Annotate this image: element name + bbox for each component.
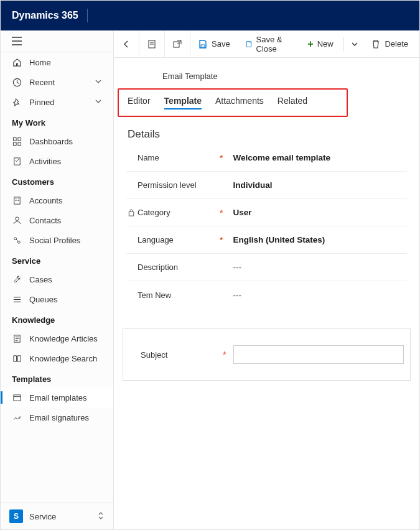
- subject-input[interactable]: [233, 345, 404, 364]
- sidebar-group-mywork: My Work: [1, 112, 113, 131]
- field-permission[interactable]: Permission level * Individual: [126, 172, 407, 199]
- sidebar-item-email-signatures[interactable]: Email signatures: [1, 407, 113, 427]
- sidebar-item-contacts[interactable]: Contacts: [1, 210, 113, 230]
- svg-rect-4: [17, 142, 21, 145]
- social-icon: [12, 235, 22, 245]
- save-close-button[interactable]: Save & Close: [238, 30, 301, 58]
- new-dropdown-button[interactable]: [346, 30, 363, 58]
- dashboard-icon: [12, 136, 22, 146]
- save-button[interactable]: Save: [190, 30, 238, 58]
- sidebar-item-email-templates[interactable]: Email templates: [1, 388, 113, 407]
- field-label: Permission level: [138, 180, 197, 190]
- field-value: Welcome email template: [230, 153, 407, 162]
- sidebar-label: Accounts: [29, 196, 62, 205]
- sidebar-group-templates: Templates: [1, 368, 113, 388]
- field-value: Individual: [230, 180, 407, 190]
- back-icon: [121, 39, 131, 49]
- separator: [343, 37, 344, 51]
- svg-rect-15: [129, 212, 133, 216]
- delete-label: Delete: [385, 39, 408, 49]
- tab-attachments[interactable]: Attachments: [215, 96, 264, 109]
- field-temnew[interactable]: Tem New * ---: [126, 281, 407, 309]
- required-marker: *: [220, 153, 223, 163]
- sidebar-item-recent[interactable]: Recent: [1, 72, 113, 92]
- field-subject: Subject *: [129, 338, 404, 371]
- new-label: New: [317, 39, 334, 49]
- delete-button[interactable]: Delete: [363, 30, 416, 58]
- sidebar-group-service: Service: [1, 250, 113, 269]
- field-label: Description: [138, 263, 178, 272]
- app-title: Dynamics 365: [12, 10, 78, 21]
- tab-editor[interactable]: Editor: [128, 96, 151, 109]
- sidebar-item-pinned[interactable]: Pinned: [1, 92, 113, 112]
- field-name[interactable]: Name * Welcome email template: [126, 144, 407, 172]
- command-bar: Save Save & Close + New Delete: [114, 30, 419, 58]
- back-button[interactable]: [114, 30, 139, 58]
- form-icon: [147, 39, 157, 49]
- sidebar-label: Recent: [29, 78, 55, 87]
- sidebar-item-activities[interactable]: Activities: [1, 151, 113, 171]
- sidebar-item-queues[interactable]: Queues: [1, 289, 113, 309]
- hamburger-button[interactable]: [1, 30, 113, 52]
- form-button[interactable]: [139, 30, 165, 58]
- sidebar-item-knowledge-search[interactable]: Knowledge Search: [1, 348, 113, 368]
- field-label: Tem New: [138, 291, 171, 300]
- pin-icon: [12, 97, 22, 107]
- sidebar-label: Dashboards: [29, 137, 73, 146]
- sidebar-footer[interactable]: S Service: [1, 503, 113, 529]
- sidebar-item-cases[interactable]: Cases: [1, 269, 113, 289]
- sidebar-label: Email signatures: [29, 413, 89, 422]
- new-button[interactable]: + New: [300, 30, 340, 58]
- svg-rect-13: [174, 42, 179, 47]
- sidebar-item-accounts[interactable]: Accounts: [1, 190, 113, 210]
- save-close-label: Save & Close: [256, 35, 293, 53]
- required-marker: *: [220, 235, 223, 245]
- open-button[interactable]: [165, 30, 190, 58]
- tab-template[interactable]: Template: [164, 96, 202, 109]
- field-label: Subject: [141, 350, 167, 360]
- svg-rect-6: [14, 197, 19, 203]
- wrench-icon: [12, 274, 22, 284]
- sidebar-group-knowledge: Knowledge: [1, 309, 113, 328]
- hamburger-icon: [12, 37, 22, 45]
- popout-icon: [172, 39, 182, 49]
- sidebar-label: Queues: [29, 295, 58, 304]
- queue-icon: [12, 294, 22, 304]
- sidebar-item-dashboards[interactable]: Dashboards: [1, 131, 113, 151]
- sidebar-label: Home: [29, 58, 51, 67]
- signature-icon: [12, 412, 22, 422]
- save-label: Save: [212, 39, 230, 49]
- svg-rect-11: [13, 394, 20, 400]
- svg-point-8: [14, 237, 16, 239]
- sidebar-item-knowledge-articles[interactable]: Knowledge Articles: [1, 328, 113, 348]
- article-icon: [12, 333, 22, 343]
- required-marker: *: [220, 208, 223, 218]
- main-area: Save Save & Close + New Delete Email Tem…: [114, 30, 419, 529]
- breadcrumb: Email Template: [157, 72, 407, 81]
- sidebar-item-social[interactable]: Social Profiles: [1, 230, 113, 250]
- chevron-down-icon: [95, 78, 102, 87]
- field-value: English (United States): [230, 235, 407, 244]
- template-icon: [12, 393, 22, 402]
- chevron-down-icon: [351, 40, 358, 48]
- save-close-icon: [245, 39, 253, 49]
- building-icon: [12, 195, 22, 205]
- svg-rect-2: [17, 137, 21, 141]
- sidebar: Home Recent Pinned My Work Dashboards Ac…: [1, 30, 114, 529]
- field-language[interactable]: Language * English (United States): [126, 226, 407, 254]
- tab-related[interactable]: Related: [278, 96, 307, 109]
- sidebar-label: Social Profiles: [29, 236, 80, 245]
- field-category[interactable]: Category * User: [126, 199, 407, 226]
- sidebar-item-home[interactable]: Home: [1, 52, 113, 72]
- book-icon: [12, 353, 22, 363]
- field-description[interactable]: Description * ---: [126, 254, 407, 281]
- sidebar-label: Knowledge Articles: [29, 334, 98, 343]
- field-value: User: [230, 208, 407, 217]
- area-badge: S: [9, 509, 23, 523]
- save-icon: [198, 39, 208, 49]
- field-label: Name: [138, 153, 159, 162]
- lock-icon: [128, 208, 135, 216]
- sidebar-label: Email templates: [29, 393, 86, 402]
- field-value: ---: [230, 291, 407, 300]
- sidebar-label: Pinned: [29, 98, 54, 107]
